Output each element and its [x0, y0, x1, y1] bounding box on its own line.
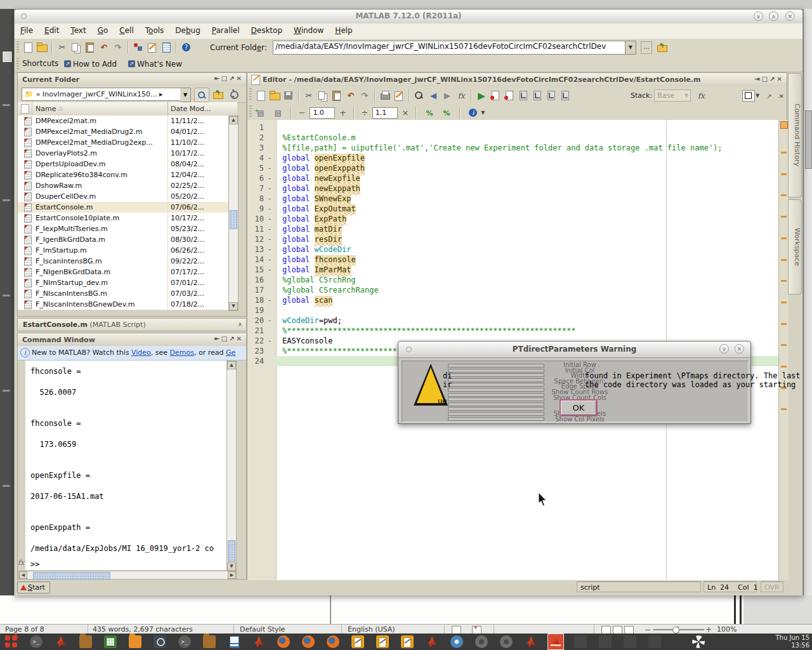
value-step-field[interactable]: 1.0 — [310, 107, 335, 119]
taskbar-firefox-icon[interactable] — [302, 635, 315, 648]
code-line[interactable]: 10-global ExpPath — [247, 214, 778, 224]
taskbar-terminal-icon[interactable]: >_ — [30, 635, 43, 648]
menu-desktop[interactable]: Desktop — [246, 23, 289, 35]
code-analyzer-indicator[interactable] — [780, 121, 788, 129]
help-icon[interactable] — [181, 42, 192, 53]
redo-icon[interactable] — [359, 90, 370, 102]
file-row[interactable]: F_NIscanIntensBGnewDev.m07/18/2... — [18, 299, 228, 310]
command-output-area[interactable]: fhconsole = 526.0007fhconsole = 173.0659… — [25, 361, 226, 570]
taskbar-libreoffice-icon[interactable] — [401, 635, 414, 648]
step-in-icon[interactable] — [532, 90, 543, 102]
dock-icon[interactable]: ⇤ — [214, 335, 221, 342]
dialog-close-icon[interactable]: ✕ — [735, 344, 744, 354]
actions-button[interactable]: ▼ — [227, 88, 244, 101]
code-warning-mark[interactable] — [781, 237, 787, 239]
name-column-header[interactable]: Name — [36, 105, 56, 113]
comment-icon[interactable] — [424, 107, 435, 119]
ok-button[interactable]: OK — [561, 401, 596, 415]
new-folder-button[interactable] — [211, 88, 225, 101]
taskbar-firefox-icon[interactable] — [327, 635, 339, 648]
taskbar-launcher-icon[interactable] — [5, 635, 18, 648]
copy-icon[interactable] — [317, 90, 329, 102]
simulink-library-icon[interactable] — [133, 42, 144, 53]
code-line[interactable]: 1 — [247, 123, 778, 133]
lo-zoom-percent[interactable]: 100% — [717, 625, 737, 633]
step-out-icon[interactable] — [546, 90, 557, 102]
sort-ascending-icon[interactable]: △ — [58, 105, 63, 111]
lo-zoom-knob[interactable] — [672, 627, 679, 633]
file-row[interactable]: DshowRaw.m02/25/2... — [18, 180, 228, 191]
taskbar-image-viewer-icon[interactable] — [154, 635, 166, 648]
code-warning-mark[interactable] — [781, 302, 787, 303]
command-prompt[interactable]: >> — [30, 560, 39, 569]
file-row[interactable]: F_IscanIntensBG.m09/22/2... — [18, 256, 228, 267]
taskbar-matlab-icon[interactable] — [426, 635, 438, 648]
function-hints-icon[interactable] — [695, 90, 707, 102]
close-panel-icon[interactable]: ✕ — [237, 75, 244, 82]
compare-icon[interactable] — [393, 90, 405, 102]
command-window-scrollbar[interactable]: ▲ ▼ — [226, 361, 237, 571]
exit-debug-icon[interactable] — [560, 90, 571, 102]
open-file-icon[interactable] — [269, 90, 280, 102]
menu-cell[interactable]: Cell — [114, 23, 139, 35]
file-row[interactable]: DReplicate96to384conv.m12/04/2... — [18, 169, 228, 180]
code-warning-mark[interactable] — [781, 194, 787, 196]
undo-icon[interactable] — [98, 42, 110, 53]
file-row[interactable]: DsuperCellDev.m05/20/2... — [18, 191, 228, 202]
menu-debug[interactable]: Debug — [169, 23, 206, 35]
lo-zoom-in-icon[interactable]: + — [705, 625, 712, 634]
paste-icon[interactable] — [331, 90, 343, 102]
scroll-up-icon[interactable]: ▲ — [229, 116, 238, 124]
code-line[interactable]: 12-global resDir — [247, 234, 778, 244]
close-icon[interactable]: ✕ — [785, 11, 795, 21]
lo-page-style[interactable]: Default Style — [240, 625, 285, 633]
matlab-titlebar[interactable]: MATLAB 7.12.0 (R2011a) ∨ ∧ ✕ — [15, 10, 802, 24]
info-icon[interactable] — [468, 107, 479, 119]
taskbar-calc-icon[interactable] — [104, 635, 117, 648]
taskbar-firefox-icon[interactable] — [277, 635, 290, 648]
code-warning-mark[interactable] — [781, 152, 787, 154]
go-forward-icon[interactable] — [442, 90, 453, 102]
code-line[interactable]: 9-global ExpOutmat — [247, 204, 778, 214]
file-row[interactable]: EstartConsole.m07/06/2... — [18, 202, 228, 213]
start-button[interactable]: Start — [17, 581, 50, 594]
file-row[interactable]: F_IgenBkGrdData.m08/30/2... — [18, 234, 228, 245]
guide-icon[interactable] — [147, 42, 158, 53]
file-details-bar[interactable]: EstartConsole.m (MATLAB Script) ∧ — [17, 318, 247, 331]
code-line[interactable]: 16%global CSrchRng — [247, 275, 778, 285]
code-line[interactable]: 3%[file,path] = uiputfile('.mat','Create… — [247, 143, 778, 153]
file-row[interactable]: DMPexcel2mat_MediaDrug2.m04/01/2... — [18, 126, 228, 137]
file-row[interactable]: F_IexpMultiTseries.m05/23/2... — [18, 223, 228, 234]
lo-word-count[interactable]: 435 words, 2,697 characters — [93, 625, 193, 633]
file-list-scrollbar[interactable]: ▲ ▼ — [228, 116, 239, 311]
paste-icon[interactable] — [84, 42, 96, 53]
search-button[interactable] — [194, 88, 209, 102]
file-table-header[interactable]: Name △ Date Mod... — [18, 102, 237, 116]
clear-breakpoints-icon[interactable] — [504, 90, 515, 102]
code-warning-mark[interactable] — [781, 366, 787, 368]
code-line[interactable]: 11-global matDir — [247, 224, 778, 234]
code-line[interactable]: 18-global scan — [247, 295, 778, 305]
open-file-icon[interactable] — [36, 42, 48, 53]
taskbar-matlab-icon[interactable] — [252, 635, 265, 648]
file-row[interactable]: F_NIgenBkGrdData.m07/17/2... — [18, 267, 228, 277]
maximize-panel-icon[interactable]: □ — [762, 76, 769, 83]
undock-icon[interactable]: ↗ — [769, 76, 776, 83]
new-script-icon[interactable] — [255, 90, 266, 102]
date-column-header[interactable]: Date Mod... — [171, 105, 211, 113]
code-warning-mark[interactable] — [781, 280, 787, 282]
dialog-titlebar[interactable]: PTdirectParameters Warning ∨ ✕ — [398, 342, 750, 358]
taskbar-folder-icon[interactable] — [203, 635, 216, 648]
file-row[interactable]: DpertsUploadDev.m08/04/2... — [18, 159, 228, 169]
file-row[interactable]: F_ImStartup.m06/26/2... — [18, 245, 228, 256]
increase-value-button[interactable]: + — [338, 108, 347, 117]
menu-file[interactable]: File — [15, 23, 39, 35]
file-row[interactable]: DMPexcel2mat.m11/11/2... — [18, 116, 228, 126]
file-row[interactable]: F_NIscanIntensBG.m07/03/2... — [18, 288, 228, 299]
scroll-left-icon[interactable]: ◀ — [19, 571, 27, 579]
split-view-icon[interactable] — [742, 90, 755, 102]
breadcrumb-path[interactable]: InovImager_jwrCF_WINLinx150... — [43, 90, 157, 98]
maximize-icon[interactable]: ∧ — [769, 11, 778, 21]
getting-started-link[interactable]: Ge — [226, 348, 235, 357]
tab-command-history[interactable]: Command History — [788, 73, 802, 197]
